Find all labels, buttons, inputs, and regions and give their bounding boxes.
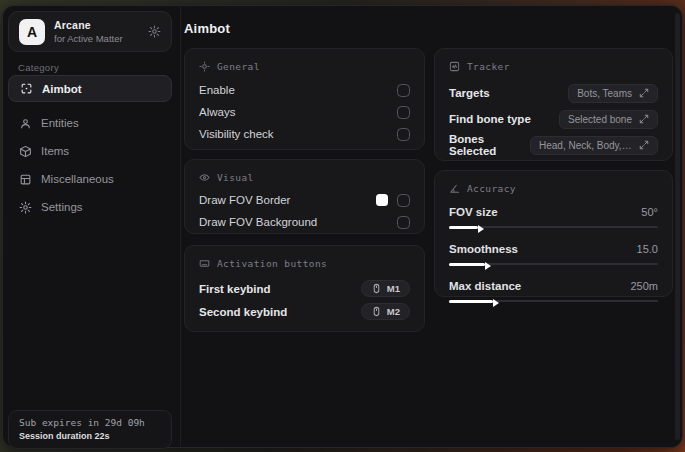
- section-title: Activation buttons: [217, 258, 327, 269]
- sidebar-item-label: Aimbot: [42, 83, 82, 95]
- setting-row: Draw FOV Background: [199, 211, 410, 233]
- general-section-header: General: [199, 49, 410, 72]
- setting-row: Find bone type Selected bone: [449, 106, 658, 132]
- tracker-section-header: Tracker: [449, 49, 658, 72]
- first-keybind-button[interactable]: M1: [361, 280, 410, 297]
- keybind-value: M2: [387, 306, 400, 317]
- sidebar-item-label: Items: [41, 145, 69, 157]
- setting-row: First keybind M1: [199, 277, 410, 300]
- section-title: Visual: [217, 172, 254, 183]
- visibility-check-checkbox[interactable]: [397, 128, 410, 141]
- setting-label: Draw FOV Background: [199, 216, 397, 228]
- slider-label: Max distance: [449, 280, 630, 292]
- page-title: Aimbot: [184, 21, 230, 36]
- fov-size-slider[interactable]: [449, 223, 658, 231]
- bones-selected-dropdown[interactable]: Head, Neck, Body, Pe...: [530, 136, 658, 155]
- find-bone-type-dropdown[interactable]: Selected bone: [559, 110, 658, 129]
- setting-label: Bones Selected: [449, 133, 530, 157]
- slider-value: 250m: [630, 280, 658, 292]
- expand-icon: [639, 140, 649, 150]
- sidebar-item-miscellaneous[interactable]: Miscellaneous: [8, 165, 172, 193]
- crosshair-icon: [20, 82, 33, 95]
- slider-value: 15.0: [637, 243, 658, 255]
- subscription-card: Sub expires in 29d 09h Session duration …: [8, 410, 172, 449]
- setting-row: Always: [199, 101, 410, 123]
- sidebar-item-items[interactable]: Items: [8, 137, 172, 165]
- activation-section: Activation buttons First keybind M1: [184, 245, 425, 332]
- visual-section-header: Visual: [199, 160, 410, 183]
- sidebar-item-settings[interactable]: Settings: [8, 193, 172, 221]
- sidebar-item-label: Entities: [41, 117, 79, 129]
- mouse-icon: [371, 306, 382, 317]
- setting-row: Draw FOV Border: [199, 189, 410, 211]
- second-keybind-button[interactable]: M2: [361, 303, 410, 320]
- slider-label: FOV size: [449, 206, 641, 218]
- accuracy-section: Accuracy FOV size 50° Smoothness 15.0: [434, 170, 673, 297]
- layout-icon: [19, 173, 32, 186]
- sidebar-item-label: Miscellaneous: [41, 173, 114, 185]
- cube-icon: [19, 145, 32, 158]
- activation-section-header: Activation buttons: [199, 246, 410, 269]
- setting-label: Always: [199, 106, 397, 118]
- keyboard-icon: [199, 258, 210, 269]
- draw-fov-border-checkbox[interactable]: [397, 194, 410, 207]
- slider-group: FOV size 50°: [449, 203, 658, 231]
- setting-row: Enable: [199, 79, 410, 101]
- slider-thumb[interactable]: [485, 262, 491, 270]
- expand-icon: [639, 114, 649, 124]
- setting-row: Second keybind M2: [199, 300, 410, 323]
- targets-dropdown[interactable]: Bots, Teams: [568, 84, 658, 103]
- sub-expires-text: Sub expires in 29d 09h: [19, 417, 161, 428]
- angle-icon: [449, 183, 460, 194]
- dropdown-value: Selected bone: [568, 114, 632, 125]
- session-duration-text: Session duration 22s: [19, 431, 161, 441]
- slider-thumb[interactable]: [478, 225, 484, 233]
- fov-border-color-swatch[interactable]: [376, 194, 388, 206]
- setting-row: Bones Selected Head, Neck, Body, Pe...: [449, 132, 658, 158]
- game-background: A Arcane for Active Matter Category: [0, 0, 685, 452]
- setting-row: Targets Bots, Teams: [449, 80, 658, 106]
- section-title: Tracker: [467, 61, 510, 72]
- setting-label: Visibility check: [199, 128, 397, 140]
- eye-icon: [199, 172, 210, 183]
- app-logo: A: [19, 19, 45, 45]
- setting-label: Draw FOV Border: [199, 194, 376, 206]
- setting-label: Targets: [449, 87, 568, 99]
- dropdown-value: Bots, Teams: [577, 88, 632, 99]
- slider-thumb[interactable]: [493, 299, 499, 307]
- app-subtitle: for Active Matter: [54, 33, 148, 44]
- smoothness-slider[interactable]: [449, 260, 658, 268]
- app-name: Arcane: [54, 19, 148, 31]
- general-section: General Enable Always Visibility check: [184, 48, 425, 150]
- setting-label: First keybind: [199, 283, 361, 295]
- sidebar-item-label: Settings: [41, 201, 83, 213]
- expand-icon: [639, 88, 649, 98]
- mouse-icon: [371, 283, 382, 294]
- dropdown-value: Head, Neck, Body, Pe...: [539, 140, 632, 151]
- draw-fov-background-checkbox[interactable]: [397, 216, 410, 229]
- slider-group: Max distance 250m: [449, 277, 658, 305]
- slider-group: Smoothness 15.0: [449, 240, 658, 268]
- slider-value: 50°: [641, 206, 658, 218]
- focus-icon: [199, 61, 210, 72]
- setting-label: Find bone type: [449, 113, 559, 125]
- sidebar-item-aimbot[interactable]: Aimbot: [8, 75, 172, 102]
- enable-checkbox[interactable]: [397, 84, 410, 97]
- category-label: Category: [18, 62, 59, 73]
- setting-row: Visibility check: [199, 123, 410, 145]
- scrollbar[interactable]: [675, 13, 680, 440]
- slider-label: Smoothness: [449, 243, 637, 255]
- sidebar-nav: Entities Items Mis: [8, 109, 172, 221]
- slider-fill: [449, 226, 478, 229]
- brand-text: Arcane for Active Matter: [54, 19, 148, 44]
- sidebar-item-entities[interactable]: Entities: [8, 109, 172, 137]
- settings-gear-icon[interactable]: [148, 25, 161, 38]
- cheat-menu-window: A Arcane for Active Matter Category: [2, 5, 683, 448]
- setting-label: Second keybind: [199, 306, 361, 318]
- setting-label: Enable: [199, 84, 397, 96]
- sidebar: A Arcane for Active Matter Category: [3, 6, 181, 447]
- brand-card: A Arcane for Active Matter: [8, 11, 172, 52]
- max-distance-slider[interactable]: [449, 297, 658, 305]
- slider-fill: [449, 263, 485, 266]
- always-checkbox[interactable]: [397, 106, 410, 119]
